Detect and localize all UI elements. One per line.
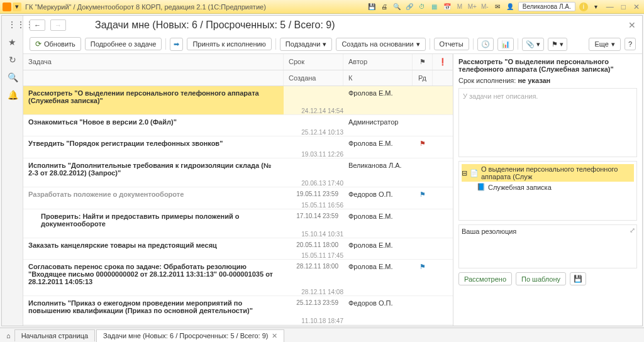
accept-button[interactable]: Принять к исполнению	[187, 38, 271, 50]
tab-home[interactable]: Начальная страница	[14, 329, 95, 341]
nav-bar: ← → Задачи мне (Новых: 6 / Просроченных:…	[23, 16, 642, 35]
detail-tree[interactable]: ⊟📄О выделении персонального телефонного …	[458, 161, 637, 221]
reports-button[interactable]: Отчеты	[434, 38, 469, 50]
create-based-button[interactable]: Создать на основании ▾	[336, 38, 425, 51]
back-button[interactable]: ←	[30, 19, 45, 31]
table-row[interactable]: Проверить: Найти и предоставить примеры …	[23, 209, 453, 238]
chart-button[interactable]: 📊	[497, 38, 514, 51]
minimize-button[interactable]: —	[604, 3, 616, 11]
author-cell: Фролова Е.М.	[343, 209, 413, 223]
flag-cell[interactable]: ⚑	[413, 136, 433, 151]
table-row[interactable]: Заказать канцелярские товары на предстоя…	[23, 238, 453, 260]
clock-icon[interactable]: ⏱	[418, 3, 426, 11]
print-icon[interactable]: 🖨	[380, 3, 389, 11]
tab-current[interactable]: Задачи мне (Новых: 6 / Просроченных: 5 /…	[96, 329, 284, 342]
table-row[interactable]: Разработать положение о документообороте…	[23, 187, 453, 209]
task-cell: Заказать канцелярские товары на предстоя…	[23, 238, 284, 252]
forward-button[interactable]: →	[50, 19, 66, 31]
bell-icon[interactable]: 🔔	[8, 90, 18, 100]
due-cell	[284, 136, 343, 143]
due-cell: 20.05.11 18:00	[284, 238, 343, 251]
author-cell: Великанова Л.А.	[343, 158, 413, 172]
created-cell: 15.05.11 17:45	[284, 252, 343, 259]
app-menu-dropdown[interactable]: ▾	[13, 3, 21, 11]
calendar-icon[interactable]: 📅	[443, 3, 452, 11]
grid-icon[interactable]: ▦	[430, 3, 439, 11]
preview-icon[interactable]: 🔍	[392, 3, 401, 11]
flag-cell[interactable]	[413, 115, 433, 121]
col-k[interactable]: К	[343, 70, 413, 86]
expand-icon[interactable]: ⤢	[630, 226, 635, 234]
resolution-input[interactable]: Ваша резолюция ⤢	[458, 224, 637, 268]
flag-cell[interactable]: ⚑	[413, 260, 433, 274]
col-task[interactable]: Задача	[23, 54, 284, 70]
flag-cell[interactable]	[413, 296, 433, 302]
history-icon[interactable]: ↻	[8, 55, 18, 65]
search-icon[interactable]: 🔍	[8, 72, 18, 82]
created-cell: 25.12.14 10:13	[284, 129, 343, 136]
col-rd[interactable]: Рд	[413, 70, 433, 86]
table-row[interactable]: Утвердить "Порядок регистрации телефонны…	[23, 136, 453, 158]
flag-filter-button[interactable]: ⚑ ▾	[548, 38, 567, 51]
flag-cell[interactable]	[413, 209, 433, 216]
menu-icon[interactable]: ⋮⋮⋮	[8, 19, 18, 30]
tab-close-icon[interactable]: ✕	[272, 332, 277, 340]
mplus-button[interactable]: M+	[468, 3, 477, 11]
col-author[interactable]: Автор	[343, 54, 413, 70]
table-row[interactable]: Рассмотреть "О выделении персонального т…	[23, 86, 453, 115]
col-created[interactable]: Создана	[284, 70, 343, 86]
flag-cell[interactable]	[413, 158, 433, 165]
close-page-button[interactable]: ✕	[628, 20, 636, 30]
table-row[interactable]: Ознакомиться "Новое в версии 2.0 (Файл)"…	[23, 115, 453, 136]
table-row[interactable]: Согласовать перенос срока по задаче: Обр…	[23, 260, 453, 296]
refresh-button[interactable]: ⟳Обновить	[30, 37, 81, 51]
link-icon[interactable]: 🔗	[405, 3, 414, 11]
info-icon[interactable]: i	[579, 3, 588, 11]
close-button[interactable]: ✕	[631, 3, 641, 11]
minus-icon[interactable]: ⊟	[462, 169, 467, 177]
template-button[interactable]: По шаблону	[516, 272, 566, 285]
tree-item-doc[interactable]: ⊟📄О выделении персонального телефонного …	[462, 164, 634, 182]
m-button[interactable]: M	[455, 3, 464, 11]
reviewed-button[interactable]: Рассмотрено	[458, 272, 512, 285]
save-icon[interactable]: 💾	[367, 3, 376, 11]
due-cell	[284, 158, 343, 165]
author-cell: Фролова Е.М.	[343, 86, 413, 100]
priority-cell	[433, 209, 453, 216]
priority-cell	[433, 296, 453, 302]
author-cell: Фролова Е.М.	[343, 260, 413, 273]
subtasks-button[interactable]: Подзадачи ▾	[280, 38, 333, 51]
main-area: ← → Задачи мне (Новых: 6 / Просроченных:…	[23, 16, 642, 326]
tree-item-memo[interactable]: 📘Служебная записка	[462, 182, 634, 192]
col-date[interactable]: Срок	[284, 54, 343, 70]
help-button[interactable]: ?	[625, 38, 636, 50]
current-user[interactable]: Великанова Л.А.	[518, 2, 575, 11]
table-row[interactable]: Исполнить "Дополнительные требования к г…	[23, 158, 453, 187]
flag-cell[interactable]: ⚑	[413, 187, 433, 202]
separator	[473, 38, 474, 50]
table-head-row2: Создана К Рд	[23, 70, 453, 86]
task-detail-button[interactable]: Подробнее о задаче	[85, 38, 162, 50]
priority-cell	[433, 136, 453, 143]
maximize-button[interactable]: □	[619, 3, 628, 11]
col-flag[interactable]: ⚑	[413, 54, 433, 70]
flag-cell[interactable]	[413, 86, 433, 92]
home-icon[interactable]: ⌂	[4, 332, 13, 339]
dropdown-icon[interactable]: ▾	[592, 3, 601, 11]
mminus-button[interactable]: M-	[480, 3, 489, 11]
task-cell: Исполнить "Приказ о ежегодном проведении…	[23, 296, 284, 317]
detail-actions: Рассмотрено По шаблону 💾	[458, 272, 637, 285]
col-priority[interactable]: ❗	[433, 54, 453, 70]
star-icon[interactable]: ★	[8, 37, 18, 47]
mail-icon[interactable]: ✉	[493, 3, 502, 11]
table-row[interactable]: Исполнить "Приказ о ежегодном проведении…	[23, 296, 453, 325]
clock-button[interactable]: 🕓	[477, 38, 494, 51]
attach-button[interactable]: 📎 ▾	[522, 38, 544, 51]
tab-bar: ⌂ Начальная страница Задачи мне (Новых: …	[0, 328, 644, 342]
save-resolution-button[interactable]: 💾	[570, 272, 586, 285]
fwd-action-button[interactable]: ➡	[170, 38, 183, 51]
window-title: ГК "Меркурий" / Документооборот 8 КОРП, …	[25, 3, 367, 11]
more-menu-button[interactable]: Еще ▾	[589, 38, 620, 51]
due-cell: 17.10.14 23:59	[284, 209, 343, 223]
flag-cell[interactable]	[413, 238, 433, 245]
